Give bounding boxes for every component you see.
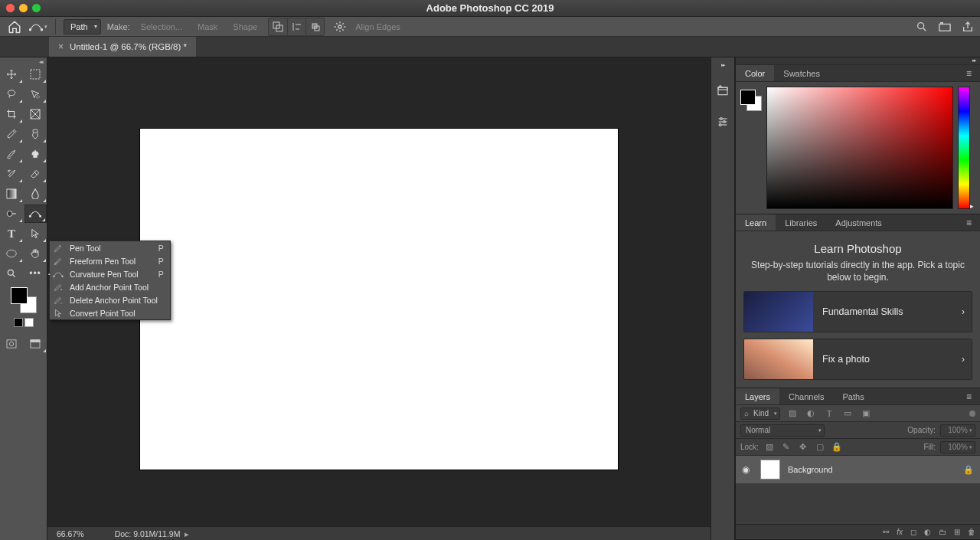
tab-libraries[interactable]: Libraries <box>776 214 826 231</box>
screen-mode-button[interactable] <box>24 335 47 353</box>
expand-dock-icon[interactable]: ▸▸ <box>721 62 724 68</box>
tab-paths[interactable]: Paths <box>834 388 874 404</box>
flyout-item-freeform-pen[interactable]: Freeform Pen Tool P <box>50 254 170 267</box>
learn-tile-fix-photo[interactable]: Fix a photo › <box>743 339 972 380</box>
blur-tool[interactable] <box>24 185 47 203</box>
filter-shape-icon[interactable]: ▭ <box>841 408 854 418</box>
panel-menu-icon[interactable]: ≡ <box>966 68 977 77</box>
document-tab[interactable]: × Untitled-1 @ 66.7% (RGB/8) * <box>49 37 196 57</box>
tab-learn[interactable]: Learn <box>736 214 776 231</box>
share-icon[interactable] <box>962 21 974 33</box>
flyout-item-convert-point[interactable]: Convert Point Tool <box>50 306 170 319</box>
lock-transparency-icon[interactable]: ▨ <box>763 442 776 452</box>
flyout-item-pen[interactable]: Pen Tool P <box>50 241 170 254</box>
eyedropper-tool[interactable] <box>1 125 23 143</box>
healing-brush-tool[interactable] <box>24 125 47 143</box>
brush-tool[interactable] <box>1 145 23 163</box>
path-selection-tool[interactable] <box>24 224 47 243</box>
hand-tool[interactable] <box>24 244 47 263</box>
gradient-tool[interactable] <box>1 185 23 203</box>
path-combine-icon[interactable] <box>269 18 287 35</box>
window-maximize-button[interactable] <box>32 4 41 12</box>
flyout-item-add-anchor[interactable]: Add Anchor Point Tool <box>50 280 170 293</box>
collapse-panels-icon[interactable]: ▸▸ <box>736 57 980 65</box>
color-field[interactable] <box>766 87 953 209</box>
quick-mask-button[interactable] <box>1 335 23 353</box>
delete-layer-icon[interactable]: 🗑 <box>968 528 975 536</box>
zoom-tool[interactable] <box>1 264 23 283</box>
lock-all-icon[interactable]: 🔒 <box>831 442 843 452</box>
lock-image-icon[interactable]: ✎ <box>780 442 792 452</box>
shape-tool[interactable] <box>1 244 23 263</box>
make-mask-button[interactable]: Mask <box>193 22 222 31</box>
search-icon[interactable] <box>916 21 928 33</box>
lasso-tool[interactable] <box>1 85 23 103</box>
panel-menu-icon[interactable]: ≡ <box>966 218 977 227</box>
flyout-item-curvature-pen[interactable]: Curvature Pen Tool P <box>50 267 170 280</box>
new-layer-icon[interactable]: ⊞ <box>954 528 960 536</box>
clone-stamp-tool[interactable] <box>24 145 47 163</box>
layer-style-icon[interactable]: fx <box>897 528 903 536</box>
type-tool[interactable]: T <box>1 224 23 243</box>
color-swatches[interactable] <box>11 287 37 313</box>
lock-position-icon[interactable]: ✥ <box>797 442 809 452</box>
close-tab-icon[interactable]: × <box>58 41 64 52</box>
make-shape-button[interactable]: Shape <box>228 22 262 31</box>
doc-info[interactable]: Doc: 9.01M/11.9M ▸ <box>115 529 190 538</box>
dodge-tool[interactable] <box>1 205 23 223</box>
color-fgbg-swatches[interactable] <box>740 90 762 111</box>
tab-color[interactable]: Color <box>736 65 774 81</box>
layer-mask-icon[interactable]: ◻ <box>910 528 916 536</box>
learn-tile-fundamental[interactable]: Fundamental Skills › <box>743 291 972 332</box>
path-arrange-icon[interactable] <box>305 18 324 35</box>
frame-tool[interactable] <box>24 105 47 123</box>
quick-selection-tool[interactable] <box>24 85 47 103</box>
default-colors-button[interactable] <box>14 318 34 327</box>
filter-adjustment-icon[interactable]: ◐ <box>805 408 817 418</box>
hue-slider[interactable]: ▸ <box>958 87 970 209</box>
filter-smart-icon[interactable]: ▣ <box>860 408 872 418</box>
layer-thumbnail[interactable] <box>760 460 780 479</box>
move-tool[interactable] <box>1 65 23 83</box>
filter-pixel-icon[interactable]: ▨ <box>786 408 799 418</box>
eraser-tool[interactable] <box>24 165 47 183</box>
path-options-icon[interactable] <box>331 18 349 35</box>
flyout-item-delete-anchor[interactable]: Delete Anchor Point Tool <box>50 293 170 306</box>
panel-menu-icon[interactable]: ≡ <box>966 391 977 401</box>
window-close-button[interactable] <box>6 4 15 12</box>
align-edges-label[interactable]: Align Edges <box>355 22 400 31</box>
fill-field[interactable]: 100% <box>940 441 975 453</box>
properties-panel-icon[interactable] <box>715 114 730 129</box>
collapse-toolbox-icon[interactable]: ◂◂ <box>39 59 47 65</box>
zoom-level[interactable]: 66.67% <box>57 529 84 538</box>
opacity-field[interactable]: 100% <box>940 424 975 437</box>
link-layers-icon[interactable]: ⚯ <box>883 528 889 536</box>
lock-icon[interactable]: 🔒 <box>963 465 974 475</box>
tab-channels[interactable]: Channels <box>779 388 833 404</box>
filter-type-icon[interactable]: T <box>823 409 835 418</box>
history-panel-icon[interactable] <box>715 83 730 99</box>
home-button[interactable] <box>6 18 23 35</box>
crop-tool[interactable] <box>1 105 23 123</box>
frame-icon[interactable] <box>939 21 951 32</box>
blend-mode-dropdown[interactable]: Normal <box>740 424 825 437</box>
layer-item-background[interactable]: ◉ Background 🔒 <box>736 456 980 483</box>
layer-filter-kind[interactable]: Kind <box>740 407 780 420</box>
make-selection-button[interactable]: Selection... <box>136 22 187 31</box>
path-align-icon[interactable] <box>287 18 305 35</box>
tab-adjustments[interactable]: Adjustments <box>826 214 891 231</box>
tab-swatches[interactable]: Swatches <box>774 65 829 81</box>
marquee-tool[interactable] <box>24 65 47 83</box>
visibility-toggle-icon[interactable]: ◉ <box>742 464 753 475</box>
window-minimize-button[interactable] <box>19 4 28 12</box>
filter-toggle[interactable] <box>969 411 975 417</box>
adjustment-layer-icon[interactable]: ◐ <box>924 528 931 536</box>
layer-name[interactable]: Background <box>788 465 956 474</box>
group-icon[interactable]: 🗀 <box>939 528 946 536</box>
active-tool-icon[interactable]: ▾ <box>29 21 47 32</box>
tool-mode-dropdown[interactable]: Path <box>64 19 101 34</box>
history-brush-tool[interactable] <box>1 165 23 183</box>
pen-tool[interactable] <box>24 205 47 223</box>
lock-artboard-icon[interactable]: ▢ <box>814 442 826 452</box>
edit-toolbar-button[interactable]: ••• <box>24 264 47 283</box>
